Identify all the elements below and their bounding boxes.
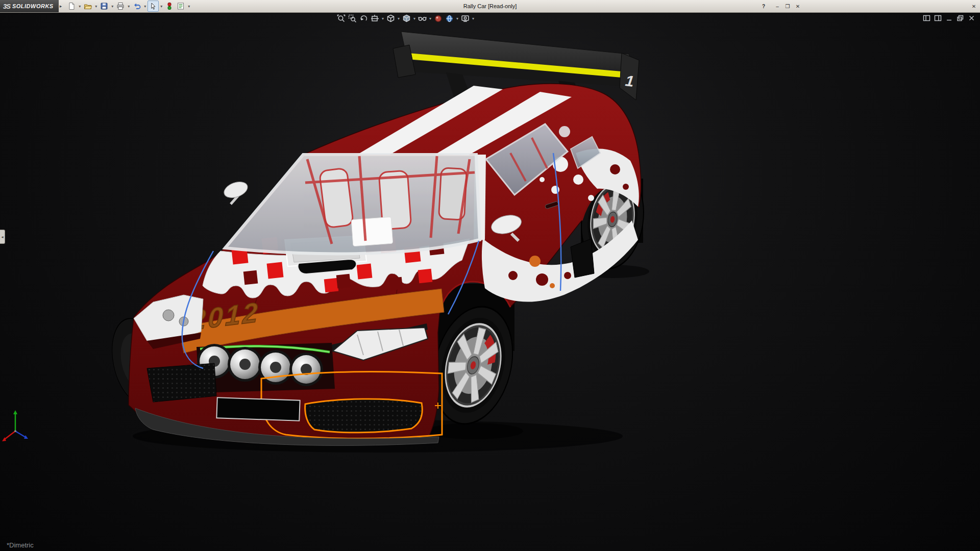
view-orientation-label: *Dimetric (7, 541, 34, 549)
view-orientation-button[interactable] (385, 13, 396, 23)
close-document-icon (968, 14, 975, 22)
display-style-dropdown[interactable]: ▾ (412, 16, 416, 21)
rally-car-model-canvas[interactable]: 1 (0, 12, 980, 551)
minimize-document-icon (945, 14, 953, 22)
edit-appearance-icon (434, 14, 443, 23)
split-pane-right-button[interactable] (933, 13, 942, 22)
display-style-button[interactable] (401, 13, 412, 23)
close-button[interactable]: ✕ (793, 2, 803, 11)
view-settings-dropdown[interactable]: ▾ (471, 16, 475, 21)
apply-scene-button[interactable] (444, 13, 455, 23)
restore-document-button[interactable] (955, 13, 965, 22)
panel-collapse-handle[interactable]: ◂ (0, 230, 5, 244)
hide-show-items-icon (418, 14, 427, 23)
close-window-button[interactable]: ✕ (969, 2, 979, 11)
help-button[interactable]: ? (758, 2, 769, 11)
section-view-button[interactable] (370, 13, 380, 23)
view-settings-icon (461, 14, 470, 23)
graphics-viewport[interactable]: ▾ ▾ ▾ ▾ (0, 12, 980, 551)
heads-up-toolbar: ▾ ▾ ▾ ▾ (336, 13, 475, 23)
restore-document-icon (957, 14, 964, 22)
split-pane-left-button[interactable] (922, 13, 931, 22)
viewport-window-controls (922, 13, 976, 22)
restore-button[interactable]: ❐ (782, 2, 793, 11)
display-style-icon (402, 14, 411, 23)
title-bar: 3S SOLIDWORKS ▸ ▾ ▾ ▾ (0, 0, 980, 13)
orientation-triad (2, 410, 28, 441)
selected-intake-outline (305, 399, 423, 433)
zoom-to-fit-icon (337, 14, 346, 23)
close-document-button[interactable] (967, 13, 976, 22)
hide-show-items-dropdown[interactable]: ▾ (428, 16, 432, 21)
zoom-area-icon (348, 14, 357, 23)
view-orientation-dropdown[interactable]: ▾ (397, 16, 401, 21)
windshield (225, 155, 480, 254)
document-title: Rally Car [Read-only] (0, 3, 980, 9)
zoom-to-fit-button[interactable] (336, 13, 347, 23)
previous-view-button[interactable] (358, 13, 369, 23)
section-view-icon (371, 14, 379, 23)
apply-scene-dropdown[interactable]: ▾ (455, 16, 459, 21)
split-pane-right-icon (934, 14, 942, 22)
minimize-button[interactable]: – (772, 2, 782, 11)
hide-show-items-button[interactable] (417, 13, 428, 23)
view-orientation-icon (386, 14, 395, 23)
view-settings-button[interactable] (460, 13, 471, 23)
edit-appearance-button[interactable] (433, 13, 444, 23)
minimize-document-button[interactable] (944, 13, 953, 22)
zoom-area-button[interactable] (347, 13, 358, 23)
front-grille (197, 343, 335, 393)
license-plate (216, 397, 300, 421)
apply-scene-icon (445, 14, 454, 23)
previous-view-icon (359, 14, 368, 23)
section-view-dropdown[interactable]: ▾ (381, 16, 385, 21)
split-pane-left-icon (923, 14, 930, 22)
